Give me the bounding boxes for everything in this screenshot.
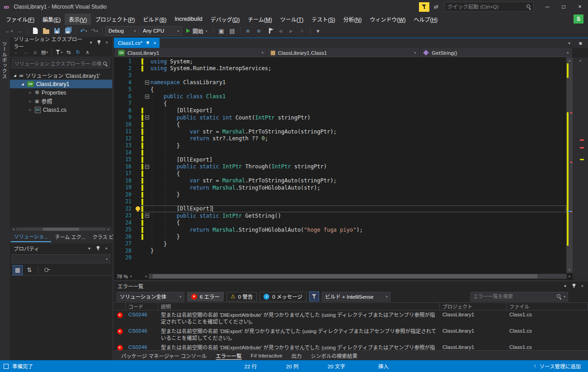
undo-icon[interactable]: ↶▾ xyxy=(79,26,89,36)
code-line[interactable]: 4namespace ClassLibrary1 xyxy=(114,79,566,86)
menu-item-4[interactable]: ビルド(B) xyxy=(139,14,170,25)
project-dropdown[interactable]: C# ClassLibrary1 ▾ xyxy=(115,48,267,57)
glyph-margin[interactable] xyxy=(135,72,141,79)
type-dropdown[interactable]: ClassLibrary1.Class1 ▾ xyxy=(268,48,419,57)
quick-launch-input[interactable] xyxy=(445,4,527,10)
collapse-region-icon[interactable] xyxy=(145,214,149,218)
errors-filter-button[interactable]: × 6 エラー xyxy=(187,292,224,301)
tree-item-1[interactable]: ◢C#ClassLibrary1 xyxy=(10,80,112,88)
glyph-margin[interactable] xyxy=(135,226,141,234)
glyph-margin[interactable] xyxy=(135,184,141,191)
search-icon[interactable] xyxy=(103,62,108,66)
vertical-scrollbar[interactable]: ▲ ▼ xyxy=(566,57,573,273)
messages-filter-button[interactable]: i 0 メッセージ xyxy=(259,292,306,301)
glyph-margin[interactable] xyxy=(135,149,141,157)
redo-icon[interactable]: ↷▾ xyxy=(89,26,99,36)
scroll-down-icon[interactable]: ▼ xyxy=(566,267,573,273)
glyph-margin[interactable] xyxy=(135,248,141,255)
new-file-icon[interactable] xyxy=(30,26,40,36)
bottom-panel-tab-3[interactable]: 出力 xyxy=(292,352,302,359)
code-line[interactable]: 7 { xyxy=(114,100,566,107)
fold-margin[interactable] xyxy=(143,213,151,219)
error-code[interactable]: CS0246 xyxy=(126,344,158,350)
window-position-icon[interactable]: ▾ xyxy=(88,39,94,46)
bottom-panel-tab-4[interactable]: シンボルの検索結果 xyxy=(311,352,358,359)
solution-explorer-header[interactable]: ソリューション エクスプローラー ▾ × xyxy=(10,38,112,47)
collapse-region-icon[interactable] xyxy=(145,165,149,169)
next-bookmark-icon[interactable]: ► xyxy=(287,26,296,36)
glyph-margin[interactable] xyxy=(135,212,141,219)
error-search-input[interactable] xyxy=(473,294,555,299)
toolbox-tab[interactable]: ツールボックス xyxy=(0,41,8,360)
glyph-margin[interactable] xyxy=(135,86,141,93)
toggle-bookmark-icon[interactable] xyxy=(265,26,275,36)
pin-icon[interactable] xyxy=(95,39,102,46)
tree-collapsed-arrow-icon[interactable]: ▷ xyxy=(28,100,33,103)
close-icon[interactable]: × xyxy=(153,40,156,46)
code-line[interactable]: 25 return Marshal.StringToHGlobalAuto("h… xyxy=(114,226,566,234)
collapse-region-icon[interactable] xyxy=(145,115,149,119)
code-line[interactable]: 1using System; xyxy=(114,58,566,65)
send-feedback-icon[interactable]: ⇄ xyxy=(432,2,441,11)
fold-margin[interactable] xyxy=(143,114,151,121)
code-editor[interactable]: 1using System;2using System.Runtime.Inte… xyxy=(114,57,566,273)
document-tab[interactable]: Class1.cs* × xyxy=(114,38,160,48)
code-line[interactable]: 23 public static IntPtr GetString() xyxy=(114,212,566,219)
maximize-button[interactable]: □ xyxy=(555,0,572,14)
forward-icon[interactable]: → xyxy=(21,48,30,57)
add-to-source-control-button[interactable]: ↑ ソース管理に追加 xyxy=(527,360,588,372)
document-list-icon[interactable]: ▾ xyxy=(565,39,573,47)
save-all-icon[interactable] xyxy=(63,26,73,36)
scrollbar-thumb[interactable] xyxy=(153,274,537,278)
glyph-margin[interactable] xyxy=(135,191,141,199)
code-line[interactable]: 15 [DllExport] xyxy=(114,156,566,163)
fold-margin[interactable] xyxy=(143,80,151,86)
back-icon[interactable]: ← xyxy=(12,48,20,57)
search-input[interactable] xyxy=(14,61,103,67)
code-line[interactable]: 6 public class Class1 xyxy=(114,93,566,100)
error-list-header[interactable]: エラー一覧 ▾ × xyxy=(114,281,588,291)
close-icon[interactable]: × xyxy=(579,282,586,290)
bottom-panel-tab-0[interactable]: パッケージ マネージャー コンソール xyxy=(121,352,207,359)
save-icon[interactable] xyxy=(52,26,62,36)
menu-item-0[interactable]: ファイル(F) xyxy=(2,14,38,25)
glyph-margin[interactable] xyxy=(135,198,141,205)
column-header-1[interactable]: 説明 xyxy=(158,303,440,310)
increase-indent-icon[interactable]: ≡ xyxy=(254,26,264,36)
sync-with-active-document-icon[interactable]: ⇆ xyxy=(64,48,73,57)
pin-icon[interactable] xyxy=(146,41,150,45)
bottom-panel-tab-2[interactable]: F# Interactive xyxy=(251,353,282,358)
navigate-forward-icon[interactable]: → xyxy=(14,26,24,36)
window-frame-icon[interactable]: ▣ xyxy=(577,39,584,47)
tree-collapsed-arrow-icon[interactable]: ▷ xyxy=(28,91,33,95)
code-line[interactable]: 12 return str?.Length ?? 0; xyxy=(114,135,566,143)
attach-to-process-icon[interactable]: ▣ xyxy=(216,26,226,36)
menu-item-11[interactable]: ウィンドウ(W) xyxy=(366,14,409,25)
code-line[interactable]: 19 return Marshal.StringToHGlobalAuto(st… xyxy=(114,184,566,191)
code-line[interactable]: 22 [DllExport] xyxy=(114,205,566,213)
glyph-margin[interactable] xyxy=(135,58,141,65)
tree-item-4[interactable]: ▷C#Class1.cs xyxy=(10,105,112,114)
pin-icon[interactable] xyxy=(94,245,102,252)
code-line[interactable]: 26 } xyxy=(114,234,566,241)
scroll-left-icon[interactable]: ◄ xyxy=(10,228,16,231)
error-row[interactable]: ×CS0246型または名前空間の名前 'DllExportAttribute' … xyxy=(114,310,588,327)
search-icon[interactable] xyxy=(527,5,531,9)
scroll-left-icon[interactable]: ◄ xyxy=(143,275,149,278)
scrollbar-track[interactable] xyxy=(16,228,106,231)
error-row[interactable]: ×CS0246型または名前空間の名前 'DllExportAttribute' … xyxy=(114,343,588,350)
error-code[interactable]: CS0246 xyxy=(126,328,158,334)
start-debugging-button[interactable]: 開始▾ xyxy=(183,26,211,36)
scrollbar-track[interactable] xyxy=(566,63,573,267)
tree-item-0[interactable]: ◢∞ソリューション 'ClassLibrary1' xyxy=(10,71,112,80)
glyph-margin[interactable] xyxy=(135,65,141,72)
glyph-margin[interactable] xyxy=(135,254,141,262)
column-header-3[interactable]: ファイル xyxy=(507,303,588,310)
column-header-0[interactable]: コード xyxy=(126,303,158,310)
switch-views-icon[interactable]: ▤▾ xyxy=(40,48,49,57)
categorized-icon[interactable]: ▦ xyxy=(13,265,23,275)
menu-item-7[interactable]: チーム(M) xyxy=(244,14,276,25)
glyph-margin[interactable] xyxy=(135,234,141,241)
glyph-margin[interactable] xyxy=(135,100,141,107)
tree-expanded-arrow-icon[interactable]: ◢ xyxy=(13,74,17,77)
